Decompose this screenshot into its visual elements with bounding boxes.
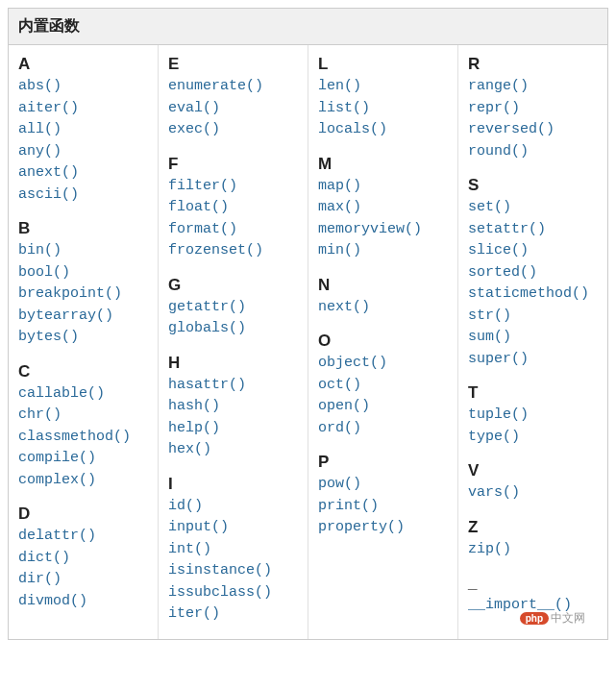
function-link[interactable]: memoryview()	[318, 219, 450, 241]
function-link[interactable]: compile()	[18, 448, 150, 470]
builtin-functions-table: 内置函数 Aabs()aiter()all()any()anext()ascii…	[8, 8, 608, 640]
function-link[interactable]: enumerate()	[168, 76, 300, 98]
function-link[interactable]: staticmethod()	[468, 283, 600, 306]
function-link[interactable]: vars()	[468, 482, 600, 504]
function-link[interactable]: breakpoint()	[18, 283, 150, 306]
column: Aabs()aiter()all()any()anext()ascii()Bbi…	[9, 45, 158, 639]
letter-heading: B	[18, 219, 150, 238]
function-link[interactable]: bytearray()	[18, 306, 150, 328]
columns-container: Aabs()aiter()all()any()anext()ascii()Bbi…	[9, 45, 607, 639]
function-link[interactable]: sorted()	[468, 262, 600, 284]
function-link[interactable]: dir()	[18, 569, 150, 591]
function-link[interactable]: repr()	[468, 98, 600, 120]
letter-heading: D	[18, 504, 150, 524]
function-link[interactable]: pow()	[318, 474, 450, 496]
function-link[interactable]: iter()	[168, 603, 300, 626]
function-link[interactable]: ascii()	[18, 185, 150, 207]
function-link[interactable]: list()	[318, 98, 450, 120]
column: Llen()list()locals()Mmap()max()memoryvie…	[308, 45, 457, 639]
function-link[interactable]: dict()	[18, 548, 150, 570]
letter-group: Rrange()repr()reversed()round()	[468, 55, 600, 162]
letter-group: Hhasattr()hash()help()hex()	[168, 354, 300, 461]
function-link[interactable]: print()	[318, 496, 450, 518]
function-link[interactable]: hex()	[168, 439, 300, 461]
function-link[interactable]: oct()	[318, 375, 450, 397]
function-link[interactable]: tuple()	[468, 405, 600, 427]
function-link[interactable]: min()	[318, 240, 450, 262]
letter-heading: P	[318, 453, 450, 472]
column: Eenumerate()eval()exec()Ffilter()float()…	[158, 45, 308, 639]
letter-heading: N	[318, 276, 450, 295]
function-link[interactable]: ord()	[318, 418, 450, 440]
function-link[interactable]: zip()	[468, 539, 600, 561]
letter-group: Ccallable()chr()classmethod()compile()co…	[18, 362, 150, 492]
function-link[interactable]: setattr()	[468, 219, 600, 241]
function-link[interactable]: any()	[18, 141, 150, 163]
function-link[interactable]: reversed()	[468, 119, 600, 141]
letter-group: Ppow()print()property()	[318, 453, 450, 539]
function-link[interactable]: object()	[318, 353, 450, 375]
function-link[interactable]: locals()	[318, 119, 450, 141]
function-link[interactable]: __import__()	[468, 595, 600, 617]
function-link[interactable]: int()	[168, 539, 300, 561]
function-link[interactable]: globals()	[168, 318, 300, 340]
function-link[interactable]: eval()	[168, 98, 300, 120]
function-link[interactable]: bin()	[18, 240, 150, 262]
function-link[interactable]: set()	[468, 197, 600, 219]
function-link[interactable]: divmod()	[18, 591, 150, 613]
letter-heading: E	[168, 55, 300, 74]
function-link[interactable]: chr()	[18, 405, 150, 427]
letter-heading: L	[318, 55, 450, 74]
letter-group: Ddelattr()dict()dir()divmod()	[18, 504, 150, 612]
function-link[interactable]: anext()	[18, 162, 150, 185]
function-link[interactable]: exec()	[168, 119, 300, 141]
letter-heading: V	[468, 461, 600, 480]
function-link[interactable]: filter()	[168, 176, 300, 198]
letter-heading: G	[168, 276, 300, 295]
function-link[interactable]: type()	[468, 427, 600, 449]
function-link[interactable]: str()	[468, 306, 600, 328]
function-link[interactable]: slice()	[468, 240, 600, 262]
function-link[interactable]: super()	[468, 349, 600, 371]
function-link[interactable]: id()	[168, 496, 300, 518]
function-link[interactable]: delattr()	[18, 526, 150, 548]
table-title: 内置函数	[9, 9, 607, 45]
letter-heading: M	[318, 155, 450, 174]
function-link[interactable]: len()	[318, 76, 450, 98]
function-link[interactable]: hasattr()	[168, 375, 300, 397]
function-link[interactable]: input()	[168, 517, 300, 539]
function-link[interactable]: map()	[318, 176, 450, 198]
function-link[interactable]: property()	[318, 517, 450, 539]
function-link[interactable]: isinstance()	[168, 560, 300, 582]
function-link[interactable]: help()	[168, 418, 300, 440]
function-link[interactable]: bool()	[18, 262, 150, 284]
function-link[interactable]: sum()	[468, 327, 600, 349]
function-link[interactable]: complex()	[18, 470, 150, 492]
function-link[interactable]: open()	[318, 396, 450, 418]
function-link[interactable]: issubclass()	[168, 582, 300, 604]
function-link[interactable]: frozenset()	[168, 240, 300, 262]
function-link[interactable]: round()	[468, 141, 600, 163]
function-link[interactable]: range()	[468, 76, 600, 98]
column: Rrange()repr()reversed()round()Sset()set…	[457, 45, 607, 639]
letter-heading: R	[468, 55, 600, 74]
letter-heading: F	[168, 155, 300, 174]
letter-heading: Z	[468, 518, 600, 537]
function-link[interactable]: classmethod()	[18, 427, 150, 449]
function-link[interactable]: hash()	[168, 396, 300, 418]
function-link[interactable]: format()	[168, 219, 300, 241]
function-link[interactable]: max()	[318, 197, 450, 219]
function-link[interactable]: all()	[18, 119, 150, 141]
function-link[interactable]: aiter()	[18, 98, 150, 120]
letter-heading: C	[18, 362, 150, 381]
function-link[interactable]: abs()	[18, 76, 150, 98]
function-link[interactable]: float()	[168, 197, 300, 219]
letter-heading: A	[18, 55, 150, 74]
letter-group: Nnext()	[318, 276, 450, 319]
function-link[interactable]: getattr()	[168, 297, 300, 319]
function-link[interactable]: callable()	[18, 383, 150, 406]
function-link[interactable]: next()	[318, 297, 450, 319]
letter-heading: S	[468, 176, 600, 195]
letter-group: Eenumerate()eval()exec()	[168, 55, 300, 141]
function-link[interactable]: bytes()	[18, 327, 150, 349]
